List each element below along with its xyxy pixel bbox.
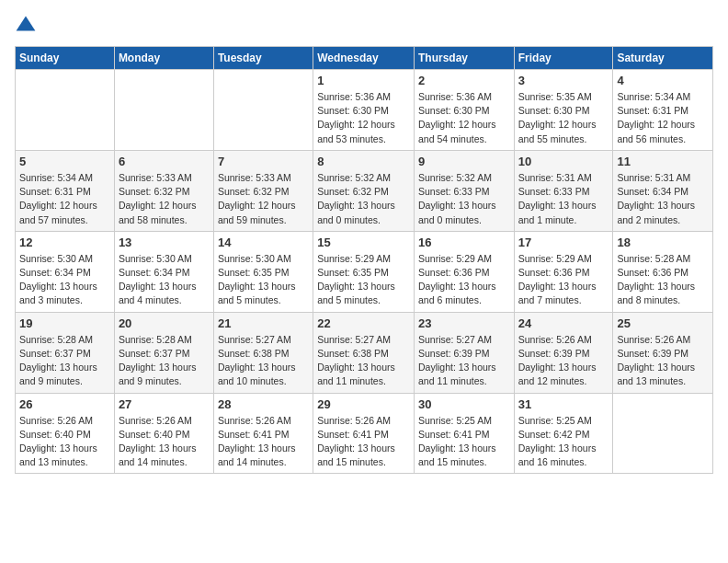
calendar-cell: 5Sunrise: 5:34 AM Sunset: 6:31 PM Daylig… [16,150,115,231]
day-number: 9 [418,155,510,168]
calendar-week-3: 12Sunrise: 5:30 AM Sunset: 6:34 PM Dayli… [16,231,713,312]
day-info: Sunrise: 5:25 AM Sunset: 6:42 PM Dayligh… [518,414,609,470]
day-info: Sunrise: 5:30 AM Sunset: 6:35 PM Dayligh… [218,252,309,308]
day-number: 21 [218,316,309,330]
calendar-cell [213,70,313,151]
day-number: 28 [218,397,309,411]
calendar-cell: 26Sunrise: 5:26 AM Sunset: 6:40 PM Dayli… [16,393,115,474]
calendar-cell: 8Sunrise: 5:32 AM Sunset: 6:32 PM Daylig… [313,150,415,231]
calendar-cell: 27Sunrise: 5:26 AM Sunset: 6:40 PM Dayli… [114,393,213,474]
calendar-cell: 14Sunrise: 5:30 AM Sunset: 6:35 PM Dayli… [213,231,313,312]
day-number: 15 [317,236,410,249]
calendar-cell: 11Sunrise: 5:31 AM Sunset: 6:34 PM Dayli… [613,150,713,231]
day-info: Sunrise: 5:26 AM Sunset: 6:41 PM Dayligh… [218,414,309,470]
calendar-week-1: 1Sunrise: 5:36 AM Sunset: 6:30 PM Daylig… [16,70,713,151]
day-info: Sunrise: 5:27 AM Sunset: 6:39 PM Dayligh… [418,333,510,389]
day-info: Sunrise: 5:26 AM Sunset: 6:39 PM Dayligh… [617,333,709,389]
calendar-header-row: SundayMondayTuesdayWednesdayThursdayFrid… [16,47,713,70]
day-info: Sunrise: 5:32 AM Sunset: 6:33 PM Dayligh… [418,171,510,227]
day-number: 1 [317,74,410,87]
day-number: 24 [518,316,609,330]
calendar-table: SundayMondayTuesdayWednesdayThursdayFrid… [15,46,713,474]
calendar-cell [613,393,713,474]
day-info: Sunrise: 5:28 AM Sunset: 6:37 PM Dayligh… [119,333,210,389]
day-number: 2 [418,74,510,87]
day-info: Sunrise: 5:27 AM Sunset: 6:38 PM Dayligh… [317,333,410,389]
day-info: Sunrise: 5:29 AM Sunset: 6:36 PM Dayligh… [518,252,609,308]
calendar-week-2: 5Sunrise: 5:34 AM Sunset: 6:31 PM Daylig… [16,150,713,231]
svg-marker-0 [17,17,36,31]
weekday-header-monday: Monday [114,47,213,70]
page-header [15,15,713,37]
calendar-cell: 21Sunrise: 5:27 AM Sunset: 6:38 PM Dayli… [213,312,313,393]
day-info: Sunrise: 5:31 AM Sunset: 6:33 PM Dayligh… [518,171,609,227]
day-number: 14 [218,236,309,249]
calendar-cell: 3Sunrise: 5:35 AM Sunset: 6:30 PM Daylig… [514,70,613,151]
day-info: Sunrise: 5:28 AM Sunset: 6:37 PM Dayligh… [19,333,110,389]
calendar-cell [114,70,213,151]
day-number: 26 [19,397,110,411]
day-number: 29 [317,397,410,411]
day-info: Sunrise: 5:32 AM Sunset: 6:32 PM Dayligh… [317,171,410,227]
day-number: 5 [19,155,110,168]
day-number: 7 [218,155,309,168]
day-number: 10 [518,155,609,168]
calendar-cell: 9Sunrise: 5:32 AM Sunset: 6:33 PM Daylig… [414,150,514,231]
calendar-cell: 29Sunrise: 5:26 AM Sunset: 6:41 PM Dayli… [313,393,415,474]
day-number: 13 [119,236,210,249]
day-number: 25 [617,316,709,330]
day-info: Sunrise: 5:26 AM Sunset: 6:40 PM Dayligh… [119,414,210,470]
day-number: 27 [119,397,210,411]
day-info: Sunrise: 5:34 AM Sunset: 6:31 PM Dayligh… [19,171,110,227]
day-info: Sunrise: 5:28 AM Sunset: 6:36 PM Dayligh… [617,252,709,308]
calendar-week-4: 19Sunrise: 5:28 AM Sunset: 6:37 PM Dayli… [16,312,713,393]
day-info: Sunrise: 5:27 AM Sunset: 6:38 PM Dayligh… [218,333,309,389]
day-number: 3 [518,74,609,87]
day-info: Sunrise: 5:29 AM Sunset: 6:35 PM Dayligh… [317,252,410,308]
calendar-cell: 10Sunrise: 5:31 AM Sunset: 6:33 PM Dayli… [514,150,613,231]
day-info: Sunrise: 5:25 AM Sunset: 6:41 PM Dayligh… [418,414,510,470]
day-info: Sunrise: 5:26 AM Sunset: 6:39 PM Dayligh… [518,333,609,389]
calendar-cell: 24Sunrise: 5:26 AM Sunset: 6:39 PM Dayli… [514,312,613,393]
day-info: Sunrise: 5:35 AM Sunset: 6:30 PM Dayligh… [518,90,609,146]
day-info: Sunrise: 5:30 AM Sunset: 6:34 PM Dayligh… [19,252,110,308]
day-number: 31 [518,397,609,411]
calendar-cell: 18Sunrise: 5:28 AM Sunset: 6:36 PM Dayli… [613,231,713,312]
calendar-cell: 6Sunrise: 5:33 AM Sunset: 6:32 PM Daylig… [114,150,213,231]
day-number: 17 [518,236,609,249]
calendar-cell: 19Sunrise: 5:28 AM Sunset: 6:37 PM Dayli… [16,312,115,393]
day-number: 11 [617,155,709,168]
weekday-header-friday: Friday [514,47,613,70]
calendar-cell: 12Sunrise: 5:30 AM Sunset: 6:34 PM Dayli… [16,231,115,312]
day-number: 30 [418,397,510,411]
calendar-cell: 13Sunrise: 5:30 AM Sunset: 6:34 PM Dayli… [114,231,213,312]
day-number: 20 [119,316,210,330]
calendar-cell: 31Sunrise: 5:25 AM Sunset: 6:42 PM Dayli… [514,393,613,474]
day-info: Sunrise: 5:34 AM Sunset: 6:31 PM Dayligh… [617,90,709,146]
calendar-cell: 25Sunrise: 5:26 AM Sunset: 6:39 PM Dayli… [613,312,713,393]
day-number: 8 [317,155,410,168]
calendar-cell: 28Sunrise: 5:26 AM Sunset: 6:41 PM Dayli… [213,393,313,474]
calendar-cell: 2Sunrise: 5:36 AM Sunset: 6:30 PM Daylig… [414,70,514,151]
weekday-header-wednesday: Wednesday [313,47,415,70]
calendar-cell: 22Sunrise: 5:27 AM Sunset: 6:38 PM Dayli… [313,312,415,393]
calendar-cell: 1Sunrise: 5:36 AM Sunset: 6:30 PM Daylig… [313,70,415,151]
calendar-cell: 4Sunrise: 5:34 AM Sunset: 6:31 PM Daylig… [613,70,713,151]
calendar-cell: 20Sunrise: 5:28 AM Sunset: 6:37 PM Dayli… [114,312,213,393]
calendar-cell: 17Sunrise: 5:29 AM Sunset: 6:36 PM Dayli… [514,231,613,312]
calendar-cell [16,70,115,151]
day-number: 22 [317,316,410,330]
day-info: Sunrise: 5:30 AM Sunset: 6:34 PM Dayligh… [119,252,210,308]
day-info: Sunrise: 5:36 AM Sunset: 6:30 PM Dayligh… [418,90,510,146]
weekday-header-thursday: Thursday [414,47,514,70]
calendar-cell: 15Sunrise: 5:29 AM Sunset: 6:35 PM Dayli… [313,231,415,312]
calendar-week-5: 26Sunrise: 5:26 AM Sunset: 6:40 PM Dayli… [16,393,713,474]
day-number: 23 [418,316,510,330]
day-number: 12 [19,236,110,249]
day-info: Sunrise: 5:36 AM Sunset: 6:30 PM Dayligh… [317,90,410,146]
day-number: 19 [19,316,110,330]
weekday-header-sunday: Sunday [16,47,115,70]
day-info: Sunrise: 5:26 AM Sunset: 6:40 PM Dayligh… [19,414,110,470]
day-number: 6 [119,155,210,168]
logo-icon [15,15,37,37]
